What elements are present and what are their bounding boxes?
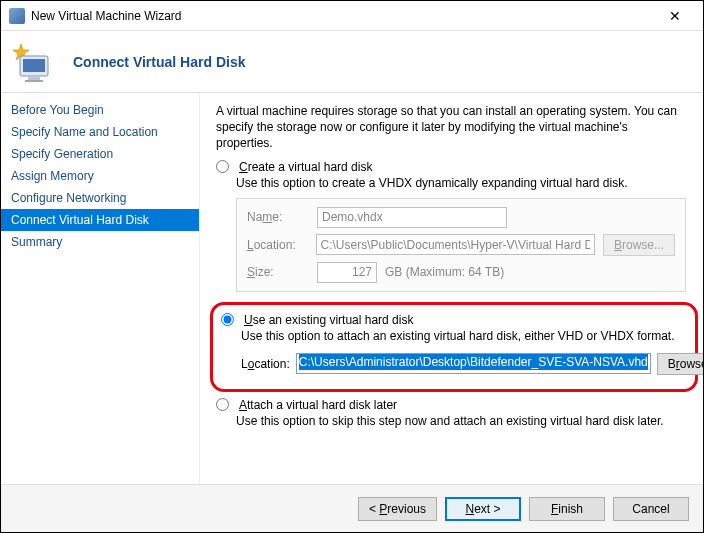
step-specify-name[interactable]: Specify Name and Location bbox=[1, 121, 199, 143]
option-create[interactable]: Create a virtual hard disk bbox=[216, 160, 687, 174]
highlight-annotation: Use an existing virtual hard disk Use th… bbox=[210, 302, 698, 392]
close-button[interactable]: ✕ bbox=[655, 2, 695, 30]
option-existing-group: Use an existing virtual hard disk Use th… bbox=[221, 313, 683, 375]
option-existing-desc: Use this option to attach an existing vi… bbox=[241, 329, 683, 343]
option-create-desc: Use this option to create a VHDX dynamic… bbox=[236, 176, 687, 190]
radio-later[interactable] bbox=[216, 398, 229, 411]
svg-rect-4 bbox=[25, 80, 43, 82]
step-before-you-begin[interactable]: Before You Begin bbox=[1, 99, 199, 121]
option-later-desc: Use this option to skip this step now an… bbox=[236, 414, 687, 428]
option-existing[interactable]: Use an existing virtual hard disk bbox=[221, 313, 683, 327]
wizard-content: A virtual machine requires storage so th… bbox=[200, 93, 703, 484]
wizard-window: New Virtual Machine Wizard ✕ Connect Vir… bbox=[0, 0, 704, 533]
svg-rect-3 bbox=[28, 77, 40, 80]
step-connect-vhd[interactable]: Connect Virtual Hard Disk bbox=[1, 209, 199, 231]
next-button[interactable]: Next > bbox=[445, 497, 521, 521]
titlebar: New Virtual Machine Wizard ✕ bbox=[1, 1, 703, 31]
page-title: Connect Virtual Hard Disk bbox=[73, 54, 245, 70]
size-field bbox=[317, 262, 377, 283]
size-label: Size: bbox=[247, 265, 309, 279]
window-title: New Virtual Machine Wizard bbox=[31, 9, 655, 23]
svg-rect-2 bbox=[23, 59, 45, 72]
existing-location-label: Location: bbox=[241, 357, 290, 371]
option-later-group: Attach a virtual hard disk later Use thi… bbox=[216, 398, 687, 428]
create-location-label: Location: bbox=[247, 238, 308, 252]
wizard-icon bbox=[11, 40, 55, 84]
create-location-field bbox=[316, 234, 595, 255]
app-icon bbox=[9, 8, 25, 24]
radio-existing[interactable] bbox=[221, 313, 234, 326]
previous-button[interactable]: < Previous bbox=[358, 497, 437, 521]
create-panel: Name: Location: Browse... Size: GB (Maxi… bbox=[236, 198, 686, 292]
wizard-body: Before You Begin Specify Name and Locati… bbox=[1, 93, 703, 484]
wizard-footer: < Previous Next > Finish Cancel bbox=[1, 484, 703, 532]
size-unit: GB (Maximum: 64 TB) bbox=[385, 265, 504, 279]
step-summary[interactable]: Summary bbox=[1, 231, 199, 253]
wizard-header: Connect Virtual Hard Disk bbox=[1, 31, 703, 93]
existing-location-row: Location: C:\Users\Administrator\Desktop… bbox=[241, 353, 683, 375]
cancel-button[interactable]: Cancel bbox=[613, 497, 689, 521]
browse-create-button: Browse... bbox=[603, 234, 675, 256]
intro-text: A virtual machine requires storage so th… bbox=[216, 103, 687, 152]
existing-location-field[interactable]: C:\Users\Administrator\Desktop\Bitdefend… bbox=[296, 353, 651, 374]
name-label: Name: bbox=[247, 210, 309, 224]
step-configure-networking[interactable]: Configure Networking bbox=[1, 187, 199, 209]
option-later[interactable]: Attach a virtual hard disk later bbox=[216, 398, 687, 412]
radio-create[interactable] bbox=[216, 160, 229, 173]
step-specify-generation[interactable]: Specify Generation bbox=[1, 143, 199, 165]
steps-sidebar: Before You Begin Specify Name and Locati… bbox=[1, 93, 200, 484]
finish-button[interactable]: Finish bbox=[529, 497, 605, 521]
browse-existing-button[interactable]: Browse... bbox=[657, 353, 703, 375]
option-create-group: Create a virtual hard disk Use this opti… bbox=[216, 160, 687, 292]
name-field bbox=[317, 207, 507, 228]
step-assign-memory[interactable]: Assign Memory bbox=[1, 165, 199, 187]
